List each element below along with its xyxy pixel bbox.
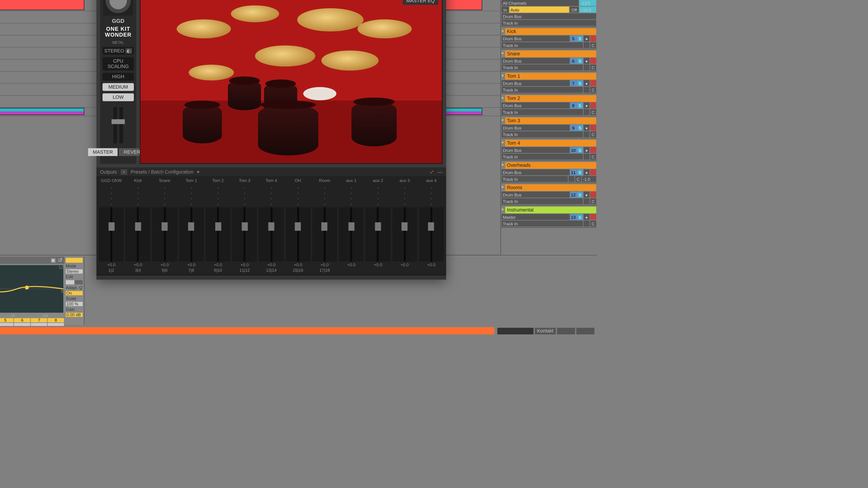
track-routing[interactable]: Track In [501, 20, 596, 26]
track-header[interactable]: ▾OverheadsDrum Bus11S●Track InC-1.0 [501, 161, 597, 183]
track-routing[interactable]: Drum Bus [501, 13, 596, 19]
track-header[interactable]: ▾One ShotsAll Ins4S●All Channels-13.5InA… [501, 0, 597, 27]
output-fader[interactable] [206, 207, 230, 262]
output-db[interactable]: +0.0 [320, 263, 329, 267]
track-button[interactable] [584, 64, 590, 70]
track-button[interactable] [568, 176, 575, 182]
cymbal-icon[interactable] [255, 45, 315, 66]
track-name[interactable]: Tom 1 [505, 72, 596, 79]
master-eq-button[interactable]: MASTER EQ [403, 0, 438, 5]
track-button[interactable] [590, 169, 596, 175]
output-fader[interactable] [125, 207, 150, 262]
fold-icon[interactable]: ▾ [501, 73, 504, 78]
output-fader[interactable] [392, 207, 417, 262]
track-button[interactable]: ● [584, 102, 590, 108]
track-button[interactable] [584, 221, 590, 227]
floor-tom-icon[interactable] [351, 101, 397, 147]
output-db[interactable]: +0.0 [427, 263, 435, 267]
output-db[interactable]: +0.0 [347, 263, 355, 267]
track-routing[interactable]: Drum Bus [501, 35, 569, 41]
output-fader[interactable] [232, 207, 257, 262]
track-button[interactable]: S [577, 214, 583, 220]
track-routing[interactable]: Track In [501, 64, 583, 70]
track-button[interactable] [590, 58, 596, 64]
output-routing[interactable]: 7|8 [188, 268, 194, 272]
track-routing[interactable]: Drum Bus [501, 102, 569, 108]
monitor-auto[interactable]: Auto [509, 6, 569, 13]
output-fader[interactable] [152, 207, 177, 262]
midi-clip-2b[interactable] [440, 0, 482, 10]
track-button[interactable]: C [590, 87, 596, 93]
output-routing[interactable]: 17|18 [319, 268, 330, 272]
cymbal-icon[interactable] [297, 8, 364, 31]
track-button[interactable] [590, 102, 596, 108]
kit-fader-1[interactable] [113, 107, 117, 143]
track-routing[interactable]: Track In [501, 87, 583, 93]
output-name[interactable]: Room [319, 178, 330, 185]
output-name[interactable]: aux 3 [400, 178, 410, 185]
output-routing[interactable]: 11|12 [240, 268, 250, 272]
track-button[interactable]: 11 [570, 169, 576, 175]
cymbal-icon[interactable] [231, 5, 279, 22]
output-name[interactable]: aux 1 [346, 178, 356, 185]
output-db[interactable]: +0.0 [294, 263, 302, 267]
cymbal-icon[interactable] [321, 51, 378, 70]
output-routing[interactable]: 9|10 [214, 268, 222, 272]
track-button[interactable] [584, 109, 590, 115]
track-routing[interactable]: Track In [501, 131, 583, 137]
eq-gain2-value[interactable]: 0.00 dB [66, 313, 83, 317]
track-button[interactable]: 7 [570, 80, 576, 86]
tom-icon[interactable] [228, 80, 261, 110]
hot-swap-icon[interactable]: ↺ [58, 257, 63, 263]
presets-dropdown-icon[interactable]: ▾ [197, 169, 199, 174]
output-name[interactable]: aux 4 [426, 178, 437, 185]
output-fader[interactable] [285, 207, 310, 262]
eq-band-on[interactable]: 5 [0, 318, 13, 322]
fold-icon[interactable]: ▾ [501, 163, 504, 167]
track-header[interactable]: ▾Tom 4Drum Bus10S●Track InC [501, 138, 597, 161]
track-name[interactable]: Tom 3 [505, 117, 596, 124]
output-fader[interactable] [312, 207, 337, 262]
track-button[interactable]: S [577, 102, 583, 108]
save-icon[interactable]: ▣ [51, 257, 56, 263]
track-routing[interactable]: All Channels [501, 0, 579, 6]
eq-band-on[interactable]: 7 [31, 318, 47, 322]
kick-drum-icon[interactable] [258, 104, 318, 156]
track-routing[interactable]: Track In [501, 42, 583, 48]
eq-scale-value[interactable]: 100 % [66, 302, 83, 306]
cpu-high-button[interactable]: HIGH [102, 73, 134, 81]
track-button[interactable]: ● [584, 147, 590, 153]
audio-clip-inst-b[interactable] [440, 108, 482, 115]
track-button[interactable]: C [590, 64, 596, 70]
track-routing[interactable]: Track In [501, 176, 568, 182]
eq-adapt-value[interactable]: On [66, 291, 83, 295]
output-fader[interactable] [366, 207, 391, 262]
track-button[interactable]: C [590, 109, 596, 115]
track-header[interactable]: ▾InstrumentalMaster13S●Track InC [501, 205, 597, 228]
eq-expand-icon[interactable] [66, 258, 83, 263]
fold-icon[interactable]: ▾ [501, 140, 504, 145]
track-routing[interactable]: Drum Bus [501, 125, 569, 131]
fold-icon[interactable]: ▾ [501, 29, 504, 34]
output-db[interactable]: +0.0 [241, 263, 249, 267]
track-routing[interactable]: Drum Bus [501, 169, 569, 175]
eq-band-on[interactable]: 8 [48, 318, 64, 322]
cymbal-icon[interactable] [358, 20, 412, 38]
output-db[interactable]: +0.0 [400, 263, 409, 267]
track-routing[interactable]: Master [501, 214, 569, 220]
track-button[interactable]: 6 [570, 58, 576, 64]
track-routing[interactable]: Drum Bus [501, 80, 569, 86]
track-button[interactable]: S [577, 169, 583, 175]
track-send[interactable]: -13.5 [579, 0, 596, 6]
track-header[interactable]: ▾RoomsDrum Bus12S●Track InC [501, 183, 597, 205]
track-button[interactable]: ● [584, 35, 590, 41]
cpu-low-button[interactable]: LOW [102, 93, 134, 101]
kit-fader-2[interactable] [119, 107, 123, 143]
eq-edit-a[interactable] [66, 280, 74, 284]
eq-band-on[interactable]: 6 [14, 318, 30, 322]
audio-clip-inst[interactable] [0, 108, 84, 115]
output-fader[interactable] [419, 207, 444, 262]
output-name[interactable]: Tom 1 [186, 178, 197, 185]
track-header[interactable]: ▾SnareDrum Bus6S●Track InC [501, 49, 597, 72]
output-name[interactable]: Tom 2 [212, 178, 224, 185]
